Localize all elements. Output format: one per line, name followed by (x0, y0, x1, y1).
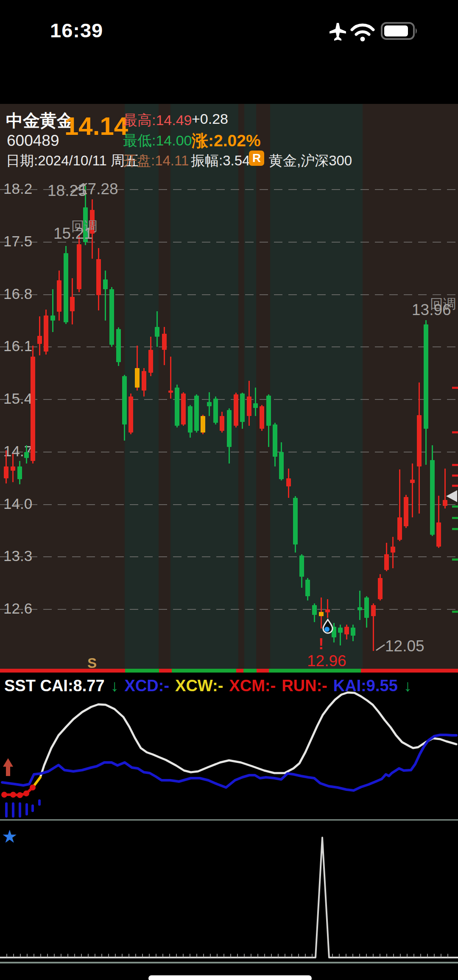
candle-body (305, 580, 310, 596)
candle-wick (392, 537, 394, 568)
candle-body (319, 612, 324, 617)
signal-strip-r (257, 669, 269, 673)
status-bar: 16:39 (0, 0, 458, 64)
price-level-dash-green (452, 528, 458, 530)
candle-body (103, 279, 108, 289)
candle-body (220, 416, 224, 431)
r-badge: R (249, 151, 264, 166)
candle-wick (105, 271, 106, 321)
candle-body (109, 289, 114, 345)
chart-band-dark (238, 104, 244, 669)
candle-body (207, 402, 212, 407)
y-axis-label: 14.0 (3, 495, 32, 512)
candle-body (384, 554, 389, 570)
candle-body (417, 415, 422, 466)
candle-body (142, 371, 146, 391)
candle-body (240, 394, 245, 422)
sst-segment: KAI:9.55 (333, 677, 398, 695)
sst-blue-curve (2, 735, 456, 790)
chart-band-teal (170, 104, 238, 669)
sst-yellow-segment (33, 777, 40, 787)
sst-segment: XCD:- (125, 677, 170, 695)
signal-strip-r (159, 669, 172, 673)
sst-segment: ↓ (111, 677, 119, 695)
candle-body (286, 478, 291, 486)
sst-white-curve (40, 692, 456, 777)
candle-body (135, 368, 140, 388)
candle-body (404, 497, 408, 526)
sst-segment: ↓ (404, 677, 412, 695)
candle-body (247, 396, 251, 416)
candle-body (293, 498, 298, 544)
candle-body (128, 396, 133, 433)
candle-body (325, 609, 330, 612)
candle-body (273, 424, 277, 457)
candle-body (312, 605, 317, 615)
stock-high: 最高:14.49 (123, 111, 192, 130)
candle-body (77, 244, 81, 289)
candle-body (371, 605, 376, 617)
candle-body (253, 403, 258, 408)
sst-red-dot (10, 792, 16, 798)
stock-tags: 黄金,沪深300 (269, 151, 352, 170)
candle-body (234, 394, 238, 426)
stock-name: 中金黄金 (6, 109, 74, 132)
candle-body (424, 324, 428, 429)
sst-red-dot (23, 790, 29, 796)
candle-body (37, 336, 42, 344)
home-indicator[interactable] (148, 975, 312, 980)
stock-open: 开盘:14.11 (123, 151, 189, 170)
stock-change: +0.28 (192, 111, 228, 127)
price-level-dash-green (452, 611, 458, 613)
candle-body (4, 466, 8, 478)
sst-red-dot (1, 792, 7, 798)
y-axis-label: 16.8 (3, 285, 32, 302)
candle-body (116, 329, 121, 362)
candle-body (266, 396, 271, 426)
candle-body (24, 452, 29, 458)
stock-date: 日期:2024/10/11 周五 (6, 151, 139, 170)
chart-band-teal (270, 104, 363, 669)
clock: 16:39 (50, 19, 103, 42)
candle-body (122, 376, 127, 424)
price-level-dash-red (452, 387, 458, 389)
candle-wick (327, 599, 328, 618)
chart-annotation: 12.96 (307, 652, 346, 670)
candle-body (201, 416, 205, 433)
candle-wick (412, 463, 413, 517)
grid-line (0, 399, 458, 400)
candle-body (168, 391, 173, 393)
candle-body (391, 547, 395, 553)
price-level-dash-red (452, 485, 458, 487)
panel-separator (0, 962, 458, 963)
chart-band-dark (256, 104, 270, 669)
y-axis-label: 13.3 (3, 547, 32, 564)
stock-code: 600489 (7, 132, 59, 150)
candle-body (344, 627, 349, 634)
price-level-dash-green (452, 558, 458, 561)
y-axis-label: 16.1 (3, 338, 32, 355)
candle-body (338, 628, 343, 633)
candle-body (378, 578, 383, 599)
candle-body (364, 597, 369, 618)
stock-info: 中金黄金 600489 日期:2024/10/11 周五 14.14 最高:14… (0, 104, 458, 160)
stock-low: 最低:14.00 (123, 131, 192, 151)
sst-red-segment (4, 787, 33, 795)
candle-body (17, 466, 22, 479)
y-axis-label: 17.5 (3, 233, 32, 250)
price-level-dash-green (452, 517, 458, 519)
candle-wick (255, 388, 256, 416)
price-level-dash-red (452, 475, 458, 477)
sst-segment: SST CAI:8.77 (4, 677, 105, 695)
candle-body (96, 259, 101, 295)
sst-red-dot (17, 792, 23, 798)
chart-annotation: 13.96 (412, 301, 451, 319)
chart-band-dark (363, 104, 458, 669)
candle-body (64, 253, 68, 322)
navbar: 返回 日K|2 指标公式 (0, 64, 458, 104)
candle-body (188, 406, 193, 433)
candle-body (31, 357, 35, 461)
airplane-mode-icon (328, 22, 347, 42)
candle-body (357, 607, 362, 610)
candle-body (194, 396, 199, 431)
